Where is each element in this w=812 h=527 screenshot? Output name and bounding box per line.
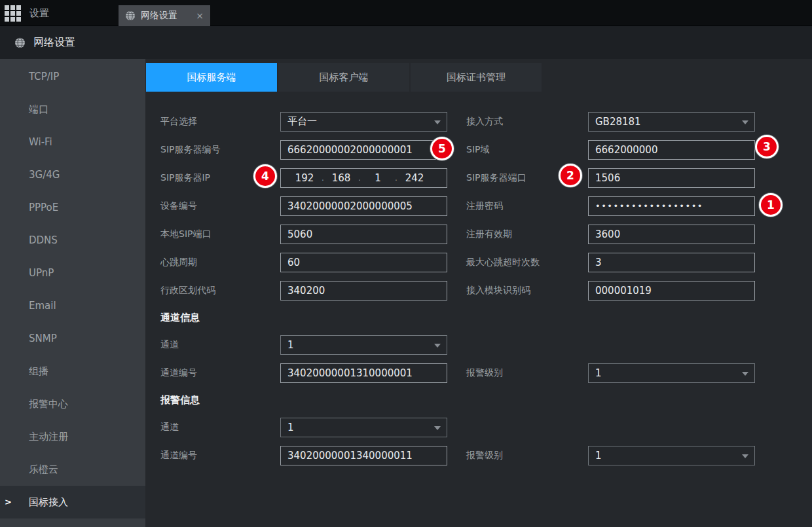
- channel-select[interactable]: 1: [280, 335, 447, 355]
- alarm-level-select[interactable]: 1: [588, 363, 755, 383]
- local-sip-port-label: 本地SIP端口: [160, 228, 280, 240]
- sip-server-id-label: SIP服务器编号: [160, 144, 280, 156]
- tab-gb-client[interactable]: 国标客户端: [278, 63, 409, 92]
- globe-icon: [125, 10, 136, 21]
- alarm-level2-select-value: 1: [595, 450, 602, 462]
- sip-domain-input[interactable]: [588, 140, 755, 160]
- ip-octet-3[interactable]: 1: [363, 172, 392, 184]
- alarm-info-heading: 报警信息: [160, 394, 200, 407]
- tab-gb-server[interactable]: 国标服务端: [146, 63, 277, 92]
- register-validity-label: 注册有效期: [466, 228, 588, 240]
- sip-server-port-input[interactable]: [588, 168, 755, 188]
- heartbeat-period-label: 心跳周期: [160, 257, 280, 268]
- doc-tab-label: 网络设置: [141, 10, 177, 22]
- channel-id-label: 通道编号: [160, 367, 280, 379]
- sidebar-item-label: 国标接入: [29, 496, 68, 508]
- ip-octet-2[interactable]: 168: [327, 172, 356, 184]
- platform-select-value: 平台一: [287, 115, 317, 128]
- chevron-down-icon: [434, 344, 441, 348]
- alarm-level2-label: 报警级别: [466, 450, 588, 462]
- chevron-down-icon: [434, 426, 441, 430]
- sidebar-item-upnp[interactable]: UPnP: [0, 257, 145, 289]
- chevron-down-icon: [434, 120, 441, 124]
- register-validity-input[interactable]: [588, 225, 755, 244]
- annotation-badge-4: 4: [253, 164, 277, 188]
- content-panel: 国标服务端 国标客户端 国标证书管理 平台选择 平台一 接入方式 GB28181: [145, 59, 812, 527]
- ip-dot: .: [356, 173, 363, 183]
- admin-region-code-label: 行政区划代码: [160, 285, 280, 297]
- top-window-bar: 设置 网络设置 ×: [0, 0, 812, 26]
- access-module-id-input[interactable]: [588, 281, 755, 300]
- max-heartbeat-timeout-input[interactable]: [588, 253, 755, 272]
- close-tab-icon[interactable]: ×: [196, 11, 204, 20]
- channel-select-value: 1: [287, 339, 294, 351]
- register-password-label: 注册密码: [466, 200, 588, 212]
- platform-select[interactable]: 平台一: [280, 112, 447, 132]
- alarm-level-select-value: 1: [595, 367, 602, 379]
- sidebar-nav: TCP/IP 端口 Wi-Fi 3G/4G PPPoE DDNS UPnP Em…: [0, 59, 145, 527]
- access-mode-label: 接入方式: [466, 116, 588, 128]
- platform-label: 平台选择: [160, 116, 280, 128]
- home-tab-settings[interactable]: 设置: [29, 0, 49, 26]
- sidebar-item-ddns[interactable]: DDNS: [0, 224, 145, 257]
- chevron-down-icon: [742, 454, 748, 458]
- access-mode-select[interactable]: GB28181: [588, 112, 755, 132]
- sip-domain-label: SIP域: [466, 144, 588, 156]
- annotation-badge-5: 5: [430, 137, 454, 160]
- sidebar-item-port[interactable]: 端口: [0, 93, 145, 126]
- max-heartbeat-timeout-label: 最大心跳超时次数: [466, 257, 588, 268]
- gb-tab-bar: 国标服务端 国标客户端 国标证书管理: [146, 63, 543, 92]
- sidebar-item-pppoe[interactable]: PPPoE: [0, 191, 145, 224]
- alarm-channel-id-input[interactable]: [280, 446, 447, 465]
- device-id-input[interactable]: [280, 196, 447, 216]
- annotation-badge-1: 1: [759, 193, 783, 217]
- sidebar-item-wifi[interactable]: Wi-Fi: [0, 126, 145, 158]
- sidebar-item-gb28181-access[interactable]: > 国标接入: [0, 486, 145, 518]
- alarm-channel-label: 通道: [160, 422, 280, 433]
- sidebar-item-snmp[interactable]: SNMP: [0, 322, 145, 355]
- sip-server-ip-input[interactable]: 192 . 168 . 1 . 242: [280, 168, 447, 188]
- doc-tab-network-settings[interactable]: 网络设置 ×: [119, 5, 210, 26]
- heartbeat-period-input[interactable]: [280, 253, 447, 272]
- chevron-right-icon: >: [5, 486, 12, 518]
- sip-server-id-input[interactable]: [280, 140, 447, 160]
- local-sip-port-input[interactable]: [280, 225, 447, 244]
- sidebar-item-tcpip[interactable]: TCP/IP: [0, 60, 145, 93]
- alarm-level2-select[interactable]: 1: [588, 446, 755, 465]
- alarm-level-label: 报警级别: [466, 367, 588, 379]
- alarm-channel-id-label: 通道编号: [160, 450, 280, 462]
- access-mode-select-value: GB28181: [595, 116, 641, 128]
- globe-icon: [14, 37, 26, 48]
- annotation-badge-3: 3: [755, 135, 779, 158]
- sidebar-item-lechange-cloud[interactable]: 乐橙云: [0, 453, 145, 486]
- ip-dot: .: [319, 173, 327, 183]
- chevron-down-icon: [742, 372, 748, 376]
- apps-grid-icon[interactable]: [5, 5, 21, 22]
- sidebar-item-auto-register[interactable]: 主动注册: [0, 420, 145, 453]
- ip-octet-4[interactable]: 242: [400, 172, 429, 184]
- annotation-badge-2: 2: [559, 164, 582, 187]
- device-id-label: 设备编号: [160, 200, 280, 212]
- channel-label: 通道: [160, 339, 280, 351]
- channel-id-input[interactable]: [280, 363, 447, 383]
- chevron-down-icon: [742, 120, 748, 124]
- register-password-input[interactable]: [588, 196, 755, 216]
- sidebar-item-3g4g[interactable]: 3G/4G: [0, 158, 145, 191]
- ip-octet-1[interactable]: 192: [290, 172, 319, 184]
- sidebar-item-multicast[interactable]: 组播: [0, 355, 145, 388]
- sidebar-item-alarm-center[interactable]: 报警中心: [0, 388, 145, 420]
- admin-region-code-input[interactable]: [280, 281, 447, 300]
- channel-info-heading: 通道信息: [160, 312, 200, 324]
- gb-server-form: 平台选择 平台一 接入方式 GB28181 SIP服务器编号 SIP域: [145, 107, 812, 469]
- ip-dot: .: [392, 173, 400, 183]
- access-module-id-label: 接入模块识别码: [466, 285, 588, 297]
- alarm-channel-select[interactable]: 1: [280, 418, 447, 437]
- sidebar-item-email[interactable]: Email: [0, 289, 145, 322]
- page-title: 网络设置: [33, 36, 75, 50]
- tab-gb-cert-management[interactable]: 国标证书管理: [411, 63, 542, 92]
- alarm-channel-select-value: 1: [287, 422, 294, 433]
- page-header: 网络设置: [0, 26, 812, 59]
